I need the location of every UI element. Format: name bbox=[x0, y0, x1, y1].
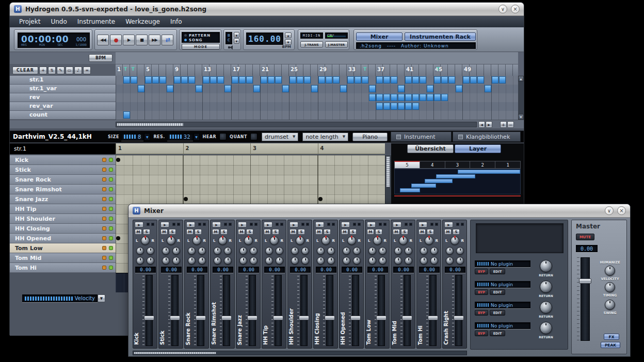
pan-knob[interactable] bbox=[373, 236, 382, 245]
play-sample-button[interactable]: ▶ bbox=[238, 222, 247, 227]
timeline-measure[interactable]: 5 bbox=[144, 64, 173, 76]
layer-number-tab[interactable]: 4 bbox=[420, 161, 445, 169]
fader-handle[interactable] bbox=[170, 316, 180, 320]
song-editor-hscrollbar[interactable] bbox=[116, 122, 477, 127]
solo-button[interactable]: S bbox=[169, 229, 176, 235]
song-pattern-cell[interactable] bbox=[398, 85, 405, 92]
fx-send-knob[interactable] bbox=[172, 257, 180, 265]
song-pattern-cell[interactable] bbox=[224, 85, 231, 92]
song-pattern-cell[interactable] bbox=[268, 76, 275, 84]
transport-button[interactable]: ⇄ bbox=[162, 35, 173, 45]
solo-button[interactable]: S bbox=[298, 229, 305, 235]
fx-send-knob[interactable] bbox=[162, 257, 170, 265]
transport-button[interactable]: ■ bbox=[136, 35, 148, 45]
humanize-timing-knob[interactable] bbox=[605, 282, 615, 292]
pan-knob[interactable] bbox=[141, 236, 150, 245]
mute-button[interactable]: M bbox=[186, 229, 194, 235]
song-pattern-cell[interactable] bbox=[210, 76, 217, 84]
mute-button[interactable]: M bbox=[367, 229, 374, 235]
song-pattern-cell[interactable] bbox=[405, 94, 412, 101]
song-pattern-cell[interactable] bbox=[391, 94, 397, 101]
instrument-solo-led[interactable] bbox=[109, 266, 113, 270]
play-sample-button[interactable]: ▶ bbox=[367, 222, 376, 227]
song-pattern-cell[interactable] bbox=[174, 76, 181, 84]
fx-send-knob[interactable] bbox=[198, 247, 206, 255]
beat-counter-down-icon[interactable]: ▼ bbox=[234, 38, 239, 44]
fx-return-knob[interactable] bbox=[540, 260, 552, 272]
timeline-measure[interactable]: 25 bbox=[289, 64, 318, 76]
volume-fader[interactable] bbox=[378, 275, 385, 346]
song-pattern-cell[interactable] bbox=[383, 94, 390, 101]
song-pattern-cell[interactable] bbox=[217, 76, 224, 84]
song-pattern-cell[interactable] bbox=[456, 85, 462, 92]
pan-knob[interactable] bbox=[167, 236, 175, 245]
instrument-row[interactable]: Kick bbox=[10, 155, 116, 165]
sample-layer-bar[interactable] bbox=[436, 174, 475, 178]
pan-knob[interactable] bbox=[296, 236, 304, 245]
fx-send-knob[interactable] bbox=[214, 257, 221, 265]
transport-button[interactable]: ▶▶ bbox=[149, 35, 160, 45]
instrument-mute-led[interactable] bbox=[102, 187, 106, 191]
solo-button[interactable]: S bbox=[220, 229, 228, 235]
fader-handle[interactable] bbox=[454, 316, 464, 320]
song-pattern-cell[interactable] bbox=[398, 94, 405, 101]
mute-button[interactable]: M bbox=[212, 229, 219, 235]
song-editor-vscrollbar[interactable]: ▲ ▼ bbox=[518, 76, 524, 120]
fx-send-knob[interactable] bbox=[353, 257, 361, 265]
solo-button[interactable]: S bbox=[272, 229, 279, 235]
song-pattern-cell[interactable] bbox=[123, 76, 130, 84]
song-tool-button[interactable]: ≡ bbox=[83, 67, 91, 74]
song-pattern-cell[interactable] bbox=[355, 76, 361, 84]
fx-send-knob[interactable] bbox=[147, 257, 154, 265]
menu-item[interactable]: Undo bbox=[45, 17, 72, 26]
fx-send-knob[interactable] bbox=[265, 247, 273, 255]
instrument-row[interactable]: Stick bbox=[10, 165, 116, 175]
song-pattern-cell[interactable] bbox=[391, 76, 397, 84]
shade-window-icon[interactable]: ∨ bbox=[498, 5, 507, 13]
fx-send-knob[interactable] bbox=[301, 257, 309, 265]
fx-edit-button[interactable]: EDIT bbox=[490, 289, 505, 295]
swing-knob[interactable] bbox=[605, 300, 615, 310]
menu-item[interactable]: Werkzeuge bbox=[120, 17, 165, 26]
note-dot[interactable] bbox=[184, 197, 188, 201]
song-pattern-cell[interactable] bbox=[318, 76, 325, 84]
fx-return-knob[interactable] bbox=[540, 322, 552, 334]
fx-send-knob[interactable] bbox=[224, 247, 232, 255]
play-sample-button[interactable]: ▶ bbox=[264, 222, 272, 227]
song-pattern-cell[interactable] bbox=[398, 103, 405, 110]
layer-number-tab[interactable]: 2 bbox=[470, 161, 495, 169]
pan-knob[interactable] bbox=[244, 236, 253, 245]
instrument-row[interactable]: Tom Hi bbox=[10, 263, 116, 273]
instrument-solo-led[interactable] bbox=[109, 197, 113, 201]
fx-send-knob[interactable] bbox=[224, 257, 232, 265]
instrument-solo-led[interactable] bbox=[109, 246, 113, 250]
fx-send-knob[interactable] bbox=[136, 247, 144, 255]
fader-handle[interactable] bbox=[299, 316, 309, 320]
volume-fader[interactable] bbox=[429, 275, 437, 346]
song-pattern-cell[interactable] bbox=[167, 85, 173, 92]
play-sample-button[interactable]: ▶ bbox=[341, 222, 350, 227]
fader-handle[interactable] bbox=[273, 316, 283, 320]
instrument-solo-led[interactable] bbox=[109, 256, 113, 260]
song-pattern-cell[interactable] bbox=[383, 103, 390, 110]
fx-send-knob[interactable] bbox=[394, 247, 402, 255]
main-titlebar[interactable]: H Hydrogen 0.9.5-svn-exported - love_is_… bbox=[10, 3, 524, 16]
song-pattern-cell[interactable] bbox=[159, 76, 166, 84]
timeline-measure[interactable]: 13 bbox=[202, 64, 231, 76]
instrument-solo-led[interactable] bbox=[109, 177, 113, 182]
volume-fader[interactable] bbox=[171, 275, 179, 346]
song-pattern-cell[interactable] bbox=[405, 76, 412, 84]
fx-plugin-display[interactable]: No plugin bbox=[475, 281, 530, 288]
volume-fader[interactable] bbox=[197, 275, 204, 346]
instrument-mute-led[interactable] bbox=[102, 158, 106, 162]
fx-edit-button[interactable]: EDIT bbox=[490, 331, 505, 336]
timeline-measure[interactable]: 9 bbox=[173, 64, 202, 76]
song-pattern-cell[interactable] bbox=[383, 76, 390, 84]
song-pattern-cell[interactable] bbox=[492, 76, 498, 84]
instrument-mute-led[interactable] bbox=[102, 226, 106, 231]
instrument-mute-led[interactable] bbox=[102, 217, 106, 221]
fx-send-knob[interactable] bbox=[456, 257, 464, 265]
fx-send-knob[interactable] bbox=[250, 247, 257, 255]
jack-master-button[interactable]: J.MASTER bbox=[325, 41, 348, 47]
play-sample-button[interactable]: ▶ bbox=[160, 222, 169, 227]
